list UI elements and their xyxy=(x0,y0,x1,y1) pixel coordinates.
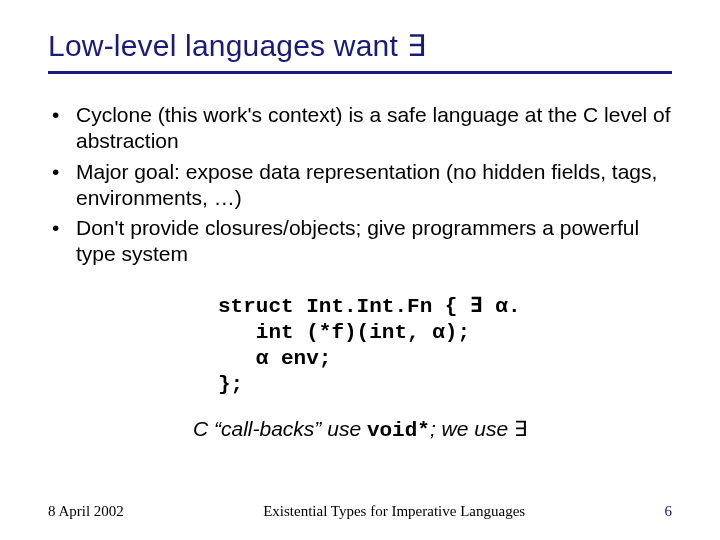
callback-mono: void* xyxy=(367,419,430,442)
page-number: 6 xyxy=(665,503,673,520)
footer-date: 8 April 2002 xyxy=(48,503,124,520)
footer-title: Existential Types for Imperative Languag… xyxy=(124,503,665,520)
slide: Low-level languages want ∃ Cyclone (this… xyxy=(0,0,720,540)
bullet-list: Cyclone (this work's context) is a safe … xyxy=(48,102,672,268)
list-item: Don't provide closures/objects; give pro… xyxy=(48,215,672,268)
exists-symbol: ∃ xyxy=(514,417,527,440)
list-item: Cyclone (this work's context) is a safe … xyxy=(48,102,672,155)
slide-title: Low-level languages want ∃ xyxy=(48,28,672,63)
footer: 8 April 2002 Existential Types for Imper… xyxy=(48,503,672,520)
code-block: struct Int.Int.Fn { ∃ α. int (*f)(int, α… xyxy=(218,294,672,399)
list-item: Major goal: expose data representation (… xyxy=(48,159,672,212)
callback-text: C “call-backs” use xyxy=(193,417,367,440)
callback-line: C “call-backs” use void*; we use ∃ xyxy=(48,417,672,442)
callback-text: ; we use xyxy=(430,417,514,440)
title-underline xyxy=(48,71,672,74)
